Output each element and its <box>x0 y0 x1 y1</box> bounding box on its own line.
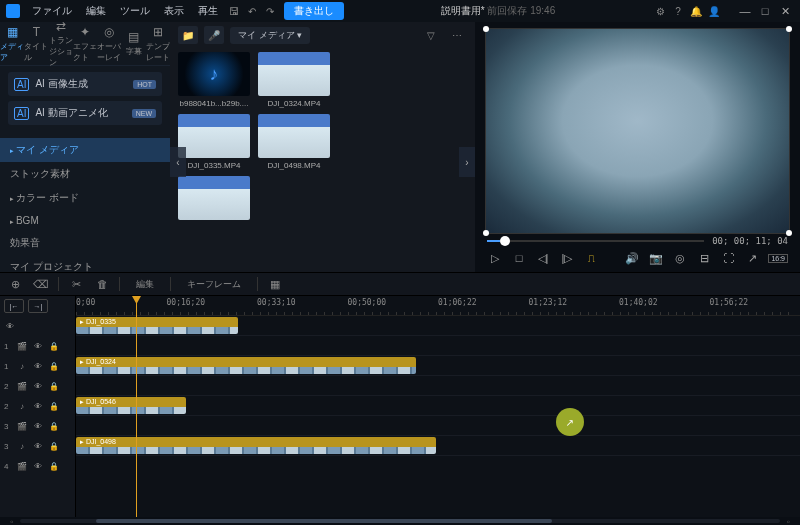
time-ruler[interactable]: 0;0000;16;2000;33;1000;50;0001;06;2201;2… <box>76 296 800 316</box>
media-thumbnail[interactable]: DJI_0498.MP4 <box>258 114 330 170</box>
mode-tab-エフェクト[interactable]: ✦エフェクト <box>73 22 97 65</box>
track-headers: |← →| 👁 1🎬👁🔒1♪👁🔒2🎬👁🔒2♪👁🔒3🎬👁🔒3♪👁🔒4🎬👁🔒 <box>0 296 76 517</box>
target-icon[interactable]: ◎ <box>672 250 688 266</box>
track-row[interactable]: ▸ DJI_0335 <box>76 316 800 336</box>
clip[interactable]: ▸ DJI_0335 <box>76 317 238 334</box>
media-thumbnail[interactable] <box>178 176 250 223</box>
track-row[interactable]: ▸ DJI_0324 <box>76 356 800 376</box>
timeline: |← →| 👁 1🎬👁🔒1♪👁🔒2🎬👁🔒2♪👁🔒3🎬👁🔒3♪👁🔒4🎬👁🔒 0;0… <box>0 296 800 517</box>
sidebar-item[interactable]: カラー ボード <box>0 186 170 210</box>
ruler-tick: 00;33;10 <box>257 298 296 307</box>
undo-icon[interactable]: ↶ <box>244 3 260 19</box>
media-thumbnail[interactable]: DJI_0324.MP4 <box>258 52 330 108</box>
redo-icon[interactable]: ↷ <box>262 3 278 19</box>
ruler-tick: 01;23;12 <box>529 298 568 307</box>
crop-icon[interactable]: ⛶ <box>720 250 736 266</box>
more-icon[interactable]: ⋯ <box>447 26 467 44</box>
clip[interactable]: ▸ DJI_0498 <box>76 437 436 454</box>
preview-scrubber[interactable]: 00; 00; 11; 04 <box>485 234 790 248</box>
zoom-in-button[interactable]: →| <box>28 299 48 313</box>
track-header[interactable]: 3🎬👁🔒 <box>0 416 75 436</box>
cut-icon[interactable]: ✂ <box>67 275 85 293</box>
ruler-tick: 00;16;20 <box>167 298 206 307</box>
snapshot-icon[interactable]: 📷 <box>648 250 664 266</box>
menu-ファイル[interactable]: ファイル <box>26 4 78 18</box>
sidebar-item[interactable]: 効果音 <box>0 231 170 255</box>
mode-tab-字幕[interactable]: ▤字幕 <box>121 22 145 65</box>
preview-panel: 00; 00; 11; 04 ▷ □ ◁| |▷ ⎍ 🔊 📷 ◎ ⊟ ⛶ ↗ 1… <box>475 22 800 272</box>
fullscreen-icon[interactable]: ↗ <box>744 250 760 266</box>
export-button[interactable]: 書き出し <box>284 2 344 20</box>
aspect-ratio[interactable]: 16:9 <box>768 254 788 263</box>
menu-ツール[interactable]: ツール <box>114 4 156 18</box>
clip[interactable]: ▸ DJI_0324 <box>76 357 416 374</box>
mode-tab-タイトル[interactable]: Tタイトル <box>24 22 48 65</box>
track-header[interactable]: 3♪👁🔒 <box>0 436 75 456</box>
track-row[interactable] <box>76 336 800 356</box>
keyframe-label[interactable]: キーフレーム <box>179 278 249 291</box>
prev-frame-button[interactable]: ◁| <box>535 250 551 266</box>
maximize-button[interactable]: □ <box>756 3 774 19</box>
zoom-out-button[interactable]: |← <box>4 299 24 313</box>
trash-icon[interactable]: 🗑 <box>93 275 111 293</box>
media-next-button[interactable]: › <box>459 147 475 177</box>
stop-button[interactable]: □ <box>511 250 527 266</box>
filter-icon[interactable]: ▽ <box>421 26 441 44</box>
track-row[interactable]: ▸ DJI_0546 <box>76 396 800 416</box>
minimize-button[interactable]: — <box>736 3 754 19</box>
ai-button[interactable]: AIAI 動画アニメ化NEW <box>8 101 162 125</box>
sidebar-item[interactable]: マイ メディア <box>0 138 170 162</box>
eye-icon[interactable]: 👁 <box>4 322 16 331</box>
media-filter-combo[interactable]: マイ メディア ▾ <box>230 27 310 44</box>
tracks-area[interactable]: 0;0000;16;2000;33;1000;50;0001;06;2201;2… <box>76 296 800 517</box>
mode-tab-メディア[interactable]: ▦メディア <box>0 22 24 65</box>
playhead[interactable] <box>136 296 137 517</box>
left-panel: ▦メディアTタイトル⇄トランジション✦エフェクト◎オーバーレイ▤字幕⊞テンプレー… <box>0 22 170 272</box>
mode-tab-オーバーレイ[interactable]: ◎オーバーレイ <box>97 22 121 65</box>
track-row[interactable] <box>76 376 800 396</box>
close-button[interactable]: ✕ <box>776 3 794 19</box>
save-icon[interactable]: 🖫 <box>226 3 242 19</box>
track-row[interactable] <box>76 416 800 436</box>
track-row[interactable]: ▸ DJI_0498 <box>76 436 800 456</box>
menu-再生[interactable]: 再生 <box>192 4 224 18</box>
import-folder-icon[interactable]: 📁 <box>178 26 198 44</box>
media-thumbnail[interactable]: DJI_0335.MP4 <box>178 114 250 170</box>
ai-button[interactable]: AIAI 画像生成HOT <box>8 72 162 96</box>
app-logo <box>6 4 20 18</box>
user-icon[interactable]: 👤 <box>706 3 722 19</box>
sidebar-item[interactable]: ストック素材 <box>0 162 170 186</box>
track-header[interactable]: 4🎬👁🔒 <box>0 456 75 476</box>
help-icon[interactable]: ? <box>670 3 686 19</box>
track-header[interactable]: 2🎬👁🔒 <box>0 376 75 396</box>
edit-label[interactable]: 編集 <box>128 278 162 291</box>
eraser-icon[interactable]: ⌫ <box>32 275 50 293</box>
compare-icon[interactable]: ⊟ <box>696 250 712 266</box>
bell-icon[interactable]: 🔔 <box>688 3 704 19</box>
mode-tab-トランジション[interactable]: ⇄トランジション <box>49 22 73 65</box>
mode-tab-テンプレート[interactable]: ⊞テンプレート <box>146 22 170 65</box>
menu-表示[interactable]: 表示 <box>158 4 190 18</box>
media-prev-button[interactable]: ‹ <box>170 147 186 177</box>
add-track-icon[interactable]: ⊕ <box>6 275 24 293</box>
menu-編集[interactable]: 編集 <box>80 4 112 18</box>
settings-icon[interactable]: ⚙ <box>652 3 668 19</box>
preview-canvas[interactable] <box>485 28 790 234</box>
mode-tabs: ▦メディアTタイトル⇄トランジション✦エフェクト◎オーバーレイ▤字幕⊞テンプレー… <box>0 22 170 66</box>
track-header[interactable]: 1♪👁🔒 <box>0 356 75 376</box>
import-mic-icon[interactable]: 🎤 <box>204 26 224 44</box>
document-title: 説明書用* 前回保存 19:46 <box>441 4 556 18</box>
titlebar: ファイル編集ツール表示再生 🖫 ↶ ↷ 書き出し 説明書用* 前回保存 19:4… <box>0 0 800 22</box>
track-header[interactable]: 1🎬👁🔒 <box>0 336 75 356</box>
ruler-tick: 01;06;22 <box>438 298 477 307</box>
track-header[interactable]: 2♪👁🔒 <box>0 396 75 416</box>
clip[interactable]: ▸ DJI_0546 <box>76 397 186 414</box>
marker-button[interactable]: ⎍ <box>583 250 599 266</box>
sidebar-item[interactable]: BGM <box>0 210 170 231</box>
grid-icon[interactable]: ▦ <box>266 275 284 293</box>
next-frame-button[interactable]: |▷ <box>559 250 575 266</box>
volume-icon[interactable]: 🔊 <box>624 250 640 266</box>
play-button[interactable]: ▷ <box>487 250 503 266</box>
media-thumbnail[interactable]: b988041b...b29b.... <box>178 52 250 108</box>
timeline-scrollbar[interactable]: ◦ ◦ <box>0 517 800 525</box>
